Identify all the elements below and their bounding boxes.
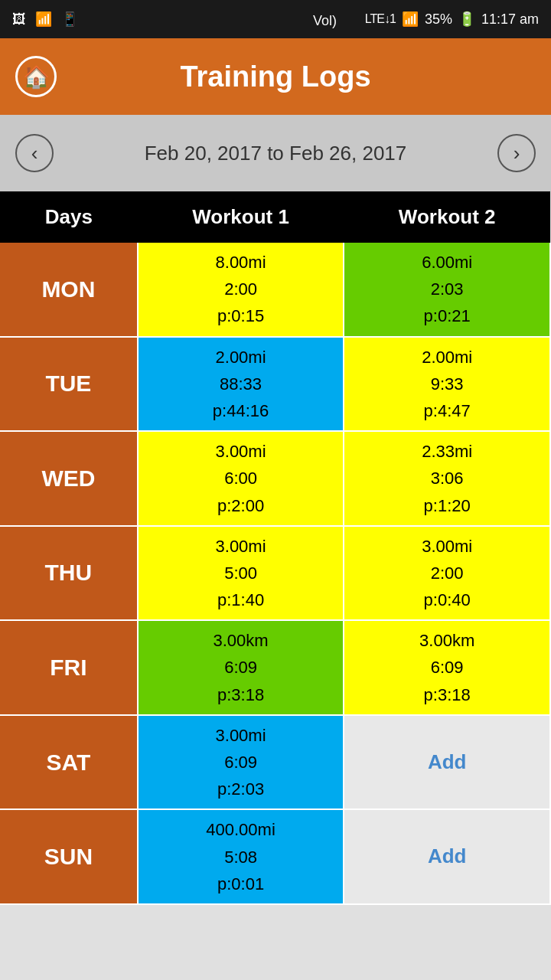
w1-line3: p:0:15 xyxy=(217,306,264,325)
table-row: THU3.00mi5:00p:1:403.00mi2:00p:0:40 xyxy=(0,526,550,621)
status-bar-right: Vol) LTE↓1 📶 35% 🔋 11:17 am xyxy=(313,10,539,28)
add-workout2-link[interactable]: Add xyxy=(428,844,467,867)
workout2-cell[interactable]: Add xyxy=(344,715,550,810)
prev-week-button[interactable]: ‹ xyxy=(15,134,54,172)
workout2-cell[interactable]: 3.00mi2:00p:0:40 xyxy=(344,526,550,621)
w1-line2: 6:09 xyxy=(224,753,257,772)
w1-line1: 3.00mi xyxy=(216,537,266,556)
w1-line3: p:3:18 xyxy=(217,685,264,704)
w2-line1: 2.00mi xyxy=(422,348,472,367)
w2-line2: 2:00 xyxy=(431,564,464,583)
day-cell: SAT xyxy=(0,715,138,810)
w1-line2: 2:00 xyxy=(224,279,257,299)
status-bar-left: 🖼 📶 📱 xyxy=(12,11,78,28)
workout1-cell[interactable]: 3.00mi5:00p:1:40 xyxy=(138,526,344,621)
workout2-cell[interactable]: 2.00mi9:33p:4:47 xyxy=(344,337,550,432)
app-header: 🏠 Training Logs xyxy=(0,38,551,115)
day-cell: WED xyxy=(0,431,138,526)
workout1-cell[interactable]: 2.00mi88:33p:44:16 xyxy=(138,337,344,432)
svg-text:Vol): Vol) xyxy=(313,13,337,28)
table-header: Days Workout 1 Workout 2 xyxy=(0,191,550,243)
battery-icon: 🔋 xyxy=(458,11,475,28)
w2-line1: 6.00mi xyxy=(422,253,472,272)
header-row: Days Workout 1 Workout 2 xyxy=(0,191,550,243)
w2-line2: 2:03 xyxy=(431,279,464,299)
table-row: SUN400.00mi5:08p:0:01Add xyxy=(0,809,550,904)
w2-line3: p:4:47 xyxy=(424,401,471,420)
day-cell: MON xyxy=(0,243,138,337)
date-range-label: Feb 20, 2017 to Feb 26, 2017 xyxy=(145,142,407,165)
home-button[interactable]: 🏠 xyxy=(15,56,57,97)
workout1-cell[interactable]: 400.00mi5:08p:0:01 xyxy=(138,809,344,904)
table-row: WED3.00mi6:00p:2:002.33mi3:06p:1:20 xyxy=(0,431,550,526)
col-days: Days xyxy=(0,191,138,243)
workout1-cell[interactable]: 3.00mi6:00p:2:00 xyxy=(138,431,344,526)
signal-bars: 📶 xyxy=(402,11,419,28)
day-cell: TUE xyxy=(0,337,138,432)
w2-line3: p:0:21 xyxy=(424,306,471,325)
w1-line1: 3.00mi xyxy=(216,442,266,461)
table-row: FRI3.00km6:09p:3:183.00km6:09p:3:18 xyxy=(0,620,550,715)
table-row: TUE2.00mi88:33p:44:162.00mi9:33p:4:47 xyxy=(0,337,550,432)
lte-label: LTE↓1 xyxy=(365,12,396,26)
w1-line2: 5:00 xyxy=(224,564,257,583)
w1-line3: p:44:16 xyxy=(213,401,269,420)
w1-line2: 6:00 xyxy=(224,469,257,488)
add-workout2-link[interactable]: Add xyxy=(428,750,467,773)
rest-area xyxy=(0,905,551,980)
w1-line1: 400.00mi xyxy=(206,820,276,839)
table-body: MON8.00mi2:00p:0:156.00mi2:03p:0:21TUE2.… xyxy=(0,243,550,904)
workout2-cell[interactable]: 3.00km6:09p:3:18 xyxy=(344,620,550,715)
status-bar: 🖼 📶 📱 Vol) LTE↓1 📶 35% 🔋 11:17 am xyxy=(0,0,551,38)
w2-line3: p:0:40 xyxy=(424,590,471,609)
w1-line1: 8.00mi xyxy=(216,253,266,272)
battery-label: 35% xyxy=(425,11,452,28)
w2-line2: 9:33 xyxy=(431,374,464,394)
wifi-icon: 📶 xyxy=(35,11,52,28)
w2-line1: 3.00km xyxy=(419,631,474,650)
w1-line2: 6:09 xyxy=(224,658,257,677)
w2-line2: 6:09 xyxy=(431,658,464,677)
w1-line1: 3.00km xyxy=(213,631,268,650)
workout2-cell[interactable]: 2.33mi3:06p:1:20 xyxy=(344,431,550,526)
col-workout2: Workout 2 xyxy=(344,191,550,243)
w1-line3: p:2:03 xyxy=(217,779,264,799)
table-row: MON8.00mi2:00p:0:156.00mi2:03p:0:21 xyxy=(0,243,550,337)
w2-line1: 2.33mi xyxy=(422,442,472,461)
workout1-cell[interactable]: 3.00mi6:09p:2:03 xyxy=(138,715,344,810)
w2-line2: 3:06 xyxy=(431,469,464,488)
w1-line2: 5:08 xyxy=(224,848,257,867)
workout1-cell[interactable]: 8.00mi2:00p:0:15 xyxy=(138,243,344,337)
next-week-button[interactable]: › xyxy=(497,134,536,172)
col-workout1: Workout 1 xyxy=(138,191,344,243)
date-nav: ‹ Feb 20, 2017 to Feb 26, 2017 › xyxy=(0,115,551,191)
w1-line1: 2.00mi xyxy=(216,348,266,367)
signal-label: Vol) xyxy=(313,10,359,28)
w1-line1: 3.00mi xyxy=(216,726,266,745)
day-cell: THU xyxy=(0,526,138,621)
prev-arrow-icon: ‹ xyxy=(31,142,38,165)
w2-line1: 3.00mi xyxy=(422,537,472,556)
table-row: SAT3.00mi6:09p:2:03Add xyxy=(0,715,550,810)
w1-line3: p:2:00 xyxy=(217,496,264,515)
day-cell: FRI xyxy=(0,620,138,715)
day-cell: SUN xyxy=(0,809,138,904)
w1-line3: p:0:01 xyxy=(217,874,264,893)
app-title: Training Logs xyxy=(72,60,479,93)
workout2-cell[interactable]: 6.00mi2:03p:0:21 xyxy=(344,243,550,337)
next-arrow-icon: › xyxy=(514,142,520,165)
w2-line3: p:1:20 xyxy=(424,496,471,515)
w1-line2: 88:33 xyxy=(220,374,262,394)
training-table: Days Workout 1 Workout 2 MON8.00mi2:00p:… xyxy=(0,191,551,905)
home-icon: 🏠 xyxy=(23,64,50,90)
time-label: 11:17 am xyxy=(481,11,539,28)
w2-line3: p:3:18 xyxy=(424,685,471,704)
workout2-cell[interactable]: Add xyxy=(344,809,550,904)
tablet-icon: 📱 xyxy=(61,11,78,28)
w1-line3: p:1:40 xyxy=(217,590,264,609)
workout1-cell[interactable]: 3.00km6:09p:3:18 xyxy=(138,620,344,715)
image-icon: 🖼 xyxy=(12,11,26,28)
